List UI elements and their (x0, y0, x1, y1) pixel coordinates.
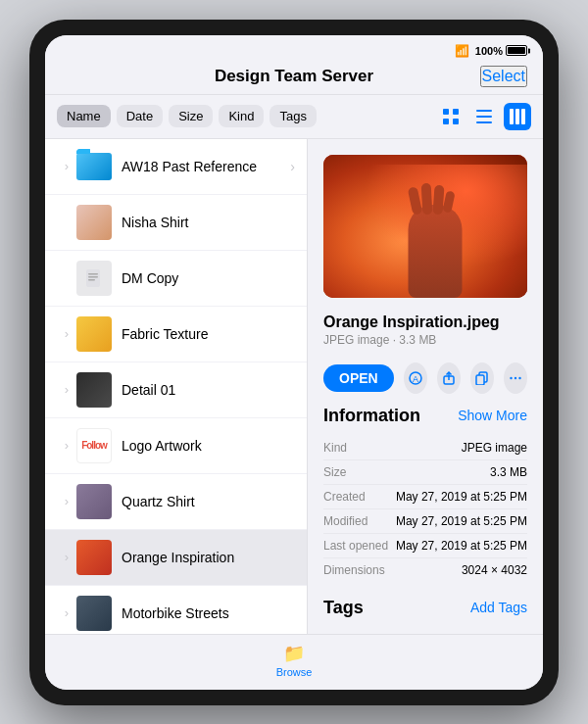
svg-rect-11 (88, 273, 98, 275)
list-item[interactable]: › Fabric Texture (45, 307, 307, 362)
expand-icon: › (57, 326, 76, 341)
browse-tab-button[interactable]: 📁 Browse (276, 643, 313, 678)
preview-image (323, 155, 527, 298)
detail-panel: Orange Inspiration.jpeg JPEG image · 3.3… (308, 139, 543, 634)
filter-size[interactable]: Size (169, 105, 213, 127)
ipad-screen: 📶 100% Design Team Server Select Name Da… (45, 35, 543, 690)
list-item[interactable]: DM Copy (45, 251, 307, 307)
file-detail-name: Orange Inspiration.jpeg JPEG image · 3.3… (323, 310, 527, 347)
file-list: › AW18 Past Reference › Nisha Shirt (45, 139, 308, 634)
view-controls (437, 103, 531, 130)
svg-rect-4 (476, 110, 492, 112)
svg-rect-12 (88, 276, 98, 278)
svg-rect-3 (453, 119, 459, 124)
file-thumbnail (76, 372, 112, 408)
list-item[interactable]: › Orange Inspiration (45, 530, 307, 586)
ipad-frame: 📶 100% Design Team Server Select Name Da… (29, 20, 559, 705)
list-item[interactable]: › AW18 Past Reference › (45, 139, 307, 195)
list-view-button[interactable] (470, 103, 498, 130)
battery-container: 100% (475, 45, 527, 57)
browse-icon: 📁 (283, 643, 305, 664)
nav-bar: Design Team Server Select (45, 63, 543, 95)
svg-rect-7 (510, 109, 514, 124)
grid-view-button[interactable] (437, 103, 465, 130)
info-row-kind: Kind JPEG image (323, 436, 527, 460)
info-section: Information Show More Kind JPEG image Si… (323, 406, 527, 582)
info-row-size: Size 3.3 MB (323, 460, 527, 485)
expand-icon: › (57, 382, 76, 397)
info-row-lastopened: Last opened May 27, 2019 at 5:25 PM (323, 534, 527, 558)
main-content: › AW18 Past Reference › Nisha Shirt (45, 139, 543, 634)
filter-kind[interactable]: Kind (219, 105, 264, 127)
file-thumbnail (76, 484, 112, 519)
add-tags-button[interactable]: Add Tags (470, 600, 527, 615)
tags-header: Tags Add Tags (323, 598, 527, 618)
open-button[interactable]: OPEN (323, 364, 394, 392)
file-thumbnail (76, 149, 112, 184)
expand-icon: › (57, 159, 76, 173)
svg-text:A: A (413, 374, 418, 384)
battery-percent: 100% (475, 45, 503, 57)
file-subtitle: JPEG image · 3.3 MB (323, 333, 527, 347)
browse-label: Browse (276, 666, 313, 678)
list-item[interactable]: Nisha Shirt (45, 195, 307, 251)
file-title: Orange Inspiration.jpeg (323, 314, 527, 331)
info-title: Information (323, 406, 420, 426)
share-button[interactable] (437, 362, 461, 394)
battery-fill (508, 47, 525, 54)
more-button[interactable] (504, 362, 527, 394)
expand-icon: › (57, 494, 76, 508)
svg-rect-0 (443, 109, 449, 115)
copy-button[interactable] (470, 362, 494, 394)
preview-image-inner (323, 155, 527, 298)
file-thumbnail (76, 205, 112, 240)
file-thumbnail (76, 316, 112, 352)
nav-title: Design Team Server (215, 67, 373, 86)
wifi-icon: 📶 (455, 44, 469, 58)
svg-rect-9 (521, 109, 525, 124)
file-thumbnail (76, 540, 112, 575)
tags-title: Tags (323, 598, 364, 618)
svg-rect-18 (476, 375, 484, 385)
action-buttons: OPEN A (323, 362, 527, 394)
svg-point-20 (514, 376, 516, 378)
file-thumbnail: Follow (76, 428, 112, 463)
file-thumbnail (76, 261, 112, 296)
info-header: Information Show More (323, 406, 527, 426)
svg-rect-5 (476, 116, 492, 118)
filter-date[interactable]: Date (117, 105, 163, 127)
show-more-button[interactable]: Show More (458, 408, 527, 423)
expand-icon: › (57, 550, 76, 564)
filter-name[interactable]: Name (57, 105, 111, 127)
battery-icon (506, 45, 527, 56)
tags-section: Tags Add Tags (323, 598, 527, 618)
list-item[interactable]: › Follow Logo Artwork (45, 418, 307, 474)
expand-icon: › (57, 605, 76, 620)
chevron-right-icon: › (290, 159, 295, 174)
expand-icon: › (57, 438, 76, 453)
svg-rect-2 (443, 119, 449, 124)
list-item[interactable]: › Motorbike Streets (45, 586, 307, 634)
svg-rect-1 (453, 109, 459, 115)
info-row-created: Created May 27, 2019 at 5:25 PM (323, 485, 527, 509)
info-row-dimensions: Dimensions 3024 × 4032 (323, 558, 527, 582)
svg-rect-10 (86, 269, 100, 287)
svg-point-21 (518, 376, 520, 378)
column-view-button[interactable] (504, 103, 531, 130)
info-row-modified: Modified May 27, 2019 at 5:25 PM (323, 509, 527, 534)
tab-bar: 📁 Browse (45, 634, 543, 690)
annotate-button[interactable]: A (404, 362, 427, 394)
filter-tags[interactable]: Tags (270, 105, 316, 127)
list-item[interactable]: › Quartz Shirt (45, 474, 307, 530)
svg-rect-13 (88, 279, 95, 281)
svg-rect-8 (515, 109, 519, 124)
file-thumbnail (76, 596, 112, 631)
svg-point-19 (510, 376, 512, 378)
filter-bar: Name Date Size Kind Tags (45, 95, 543, 139)
list-item[interactable]: › Detail 01 (45, 362, 307, 418)
status-bar: 📶 100% (45, 35, 543, 63)
svg-rect-6 (476, 121, 492, 123)
select-button[interactable]: Select (480, 66, 527, 87)
